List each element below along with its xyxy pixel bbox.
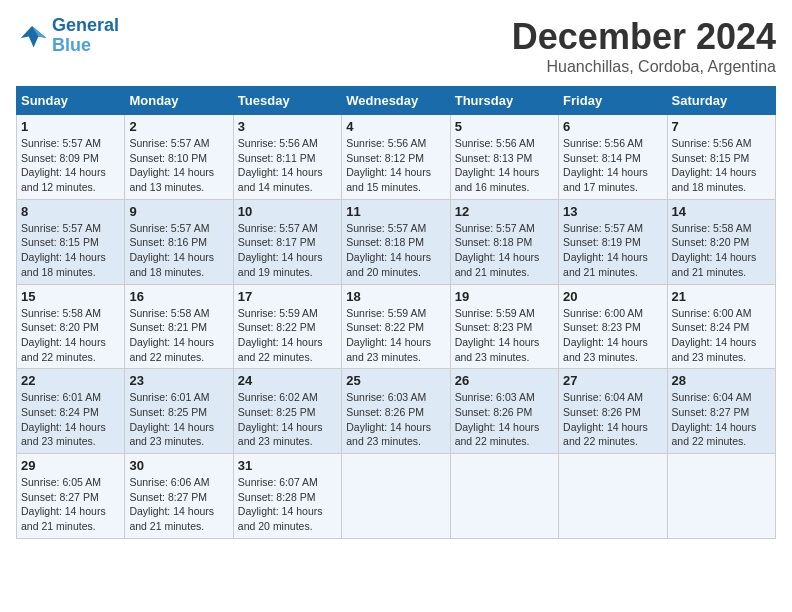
day-number: 8 [21, 204, 120, 219]
empty-cell [667, 454, 775, 539]
day-info: Sunrise: 6:01 AM Sunset: 8:24 PM Dayligh… [21, 390, 120, 449]
day-number: 21 [672, 289, 771, 304]
empty-cell [450, 454, 558, 539]
day-number: 25 [346, 373, 445, 388]
day-cell-24: 24 Sunrise: 6:02 AM Sunset: 8:25 PM Dayl… [233, 369, 341, 454]
day-cell-31: 31 Sunrise: 6:07 AM Sunset: 8:28 PM Dayl… [233, 454, 341, 539]
day-info: Sunrise: 5:58 AM Sunset: 8:20 PM Dayligh… [672, 221, 771, 280]
day-number: 2 [129, 119, 228, 134]
day-number: 4 [346, 119, 445, 134]
day-info: Sunrise: 6:07 AM Sunset: 8:28 PM Dayligh… [238, 475, 337, 534]
day-number: 29 [21, 458, 120, 473]
day-cell-18: 18 Sunrise: 5:59 AM Sunset: 8:22 PM Dayl… [342, 284, 450, 369]
day-info: Sunrise: 5:56 AM Sunset: 8:13 PM Dayligh… [455, 136, 554, 195]
day-info: Sunrise: 5:59 AM Sunset: 8:22 PM Dayligh… [238, 306, 337, 365]
day-cell-23: 23 Sunrise: 6:01 AM Sunset: 8:25 PM Dayl… [125, 369, 233, 454]
subtitle: Huanchillas, Cordoba, Argentina [512, 58, 776, 76]
day-cell-12: 12 Sunrise: 5:57 AM Sunset: 8:18 PM Dayl… [450, 199, 558, 284]
day-info: Sunrise: 6:02 AM Sunset: 8:25 PM Dayligh… [238, 390, 337, 449]
day-cell-8: 8 Sunrise: 5:57 AM Sunset: 8:15 PM Dayli… [17, 199, 125, 284]
day-number: 28 [672, 373, 771, 388]
calendar-table: SundayMondayTuesdayWednesdayThursdayFrid… [16, 86, 776, 539]
day-cell-16: 16 Sunrise: 5:58 AM Sunset: 8:21 PM Dayl… [125, 284, 233, 369]
day-cell-15: 15 Sunrise: 5:58 AM Sunset: 8:20 PM Dayl… [17, 284, 125, 369]
day-info: Sunrise: 5:57 AM Sunset: 8:16 PM Dayligh… [129, 221, 228, 280]
day-number: 24 [238, 373, 337, 388]
day-cell-28: 28 Sunrise: 6:04 AM Sunset: 8:27 PM Dayl… [667, 369, 775, 454]
day-info: Sunrise: 6:04 AM Sunset: 8:26 PM Dayligh… [563, 390, 662, 449]
logo-icon [16, 22, 48, 50]
col-header-monday: Monday [125, 87, 233, 115]
day-info: Sunrise: 6:05 AM Sunset: 8:27 PM Dayligh… [21, 475, 120, 534]
calendar-week-3: 15 Sunrise: 5:58 AM Sunset: 8:20 PM Dayl… [17, 284, 776, 369]
day-number: 6 [563, 119, 662, 134]
calendar-week-5: 29 Sunrise: 6:05 AM Sunset: 8:27 PM Dayl… [17, 454, 776, 539]
day-info: Sunrise: 5:58 AM Sunset: 8:21 PM Dayligh… [129, 306, 228, 365]
empty-cell [559, 454, 667, 539]
day-number: 19 [455, 289, 554, 304]
day-cell-14: 14 Sunrise: 5:58 AM Sunset: 8:20 PM Dayl… [667, 199, 775, 284]
day-info: Sunrise: 5:57 AM Sunset: 8:19 PM Dayligh… [563, 221, 662, 280]
day-number: 7 [672, 119, 771, 134]
day-number: 5 [455, 119, 554, 134]
day-info: Sunrise: 6:04 AM Sunset: 8:27 PM Dayligh… [672, 390, 771, 449]
day-cell-6: 6 Sunrise: 5:56 AM Sunset: 8:14 PM Dayli… [559, 115, 667, 200]
day-info: Sunrise: 5:56 AM Sunset: 8:11 PM Dayligh… [238, 136, 337, 195]
day-info: Sunrise: 5:57 AM Sunset: 8:09 PM Dayligh… [21, 136, 120, 195]
day-info: Sunrise: 6:00 AM Sunset: 8:23 PM Dayligh… [563, 306, 662, 365]
day-info: Sunrise: 5:59 AM Sunset: 8:22 PM Dayligh… [346, 306, 445, 365]
day-number: 30 [129, 458, 228, 473]
day-info: Sunrise: 5:57 AM Sunset: 8:17 PM Dayligh… [238, 221, 337, 280]
calendar-week-1: 1 Sunrise: 5:57 AM Sunset: 8:09 PM Dayli… [17, 115, 776, 200]
day-info: Sunrise: 6:03 AM Sunset: 8:26 PM Dayligh… [346, 390, 445, 449]
col-header-wednesday: Wednesday [342, 87, 450, 115]
empty-cell [342, 454, 450, 539]
day-number: 14 [672, 204, 771, 219]
day-number: 17 [238, 289, 337, 304]
day-number: 3 [238, 119, 337, 134]
day-number: 26 [455, 373, 554, 388]
day-info: Sunrise: 6:00 AM Sunset: 8:24 PM Dayligh… [672, 306, 771, 365]
day-cell-5: 5 Sunrise: 5:56 AM Sunset: 8:13 PM Dayli… [450, 115, 558, 200]
day-number: 9 [129, 204, 228, 219]
day-cell-10: 10 Sunrise: 5:57 AM Sunset: 8:17 PM Dayl… [233, 199, 341, 284]
day-info: Sunrise: 5:57 AM Sunset: 8:18 PM Dayligh… [346, 221, 445, 280]
day-number: 13 [563, 204, 662, 219]
day-info: Sunrise: 5:58 AM Sunset: 8:20 PM Dayligh… [21, 306, 120, 365]
day-number: 10 [238, 204, 337, 219]
day-number: 31 [238, 458, 337, 473]
day-number: 22 [21, 373, 120, 388]
day-cell-25: 25 Sunrise: 6:03 AM Sunset: 8:26 PM Dayl… [342, 369, 450, 454]
main-title: December 2024 [512, 16, 776, 58]
day-number: 15 [21, 289, 120, 304]
calendar-week-4: 22 Sunrise: 6:01 AM Sunset: 8:24 PM Dayl… [17, 369, 776, 454]
day-cell-22: 22 Sunrise: 6:01 AM Sunset: 8:24 PM Dayl… [17, 369, 125, 454]
day-number: 23 [129, 373, 228, 388]
day-info: Sunrise: 5:57 AM Sunset: 8:10 PM Dayligh… [129, 136, 228, 195]
day-cell-21: 21 Sunrise: 6:00 AM Sunset: 8:24 PM Dayl… [667, 284, 775, 369]
day-cell-29: 29 Sunrise: 6:05 AM Sunset: 8:27 PM Dayl… [17, 454, 125, 539]
page-header: General Blue December 2024 Huanchillas, … [16, 16, 776, 76]
logo: General Blue [16, 16, 119, 56]
day-cell-27: 27 Sunrise: 6:04 AM Sunset: 8:26 PM Dayl… [559, 369, 667, 454]
day-info: Sunrise: 5:57 AM Sunset: 8:15 PM Dayligh… [21, 221, 120, 280]
day-number: 11 [346, 204, 445, 219]
day-cell-13: 13 Sunrise: 5:57 AM Sunset: 8:19 PM Dayl… [559, 199, 667, 284]
col-header-tuesday: Tuesday [233, 87, 341, 115]
day-cell-20: 20 Sunrise: 6:00 AM Sunset: 8:23 PM Dayl… [559, 284, 667, 369]
day-number: 1 [21, 119, 120, 134]
day-cell-9: 9 Sunrise: 5:57 AM Sunset: 8:16 PM Dayli… [125, 199, 233, 284]
calendar-header: SundayMondayTuesdayWednesdayThursdayFrid… [17, 87, 776, 115]
day-cell-2: 2 Sunrise: 5:57 AM Sunset: 8:10 PM Dayli… [125, 115, 233, 200]
day-number: 18 [346, 289, 445, 304]
calendar-week-2: 8 Sunrise: 5:57 AM Sunset: 8:15 PM Dayli… [17, 199, 776, 284]
col-header-saturday: Saturday [667, 87, 775, 115]
col-header-sunday: Sunday [17, 87, 125, 115]
col-header-friday: Friday [559, 87, 667, 115]
day-number: 20 [563, 289, 662, 304]
col-header-thursday: Thursday [450, 87, 558, 115]
day-info: Sunrise: 6:01 AM Sunset: 8:25 PM Dayligh… [129, 390, 228, 449]
day-cell-19: 19 Sunrise: 5:59 AM Sunset: 8:23 PM Dayl… [450, 284, 558, 369]
day-cell-17: 17 Sunrise: 5:59 AM Sunset: 8:22 PM Dayl… [233, 284, 341, 369]
day-cell-1: 1 Sunrise: 5:57 AM Sunset: 8:09 PM Dayli… [17, 115, 125, 200]
